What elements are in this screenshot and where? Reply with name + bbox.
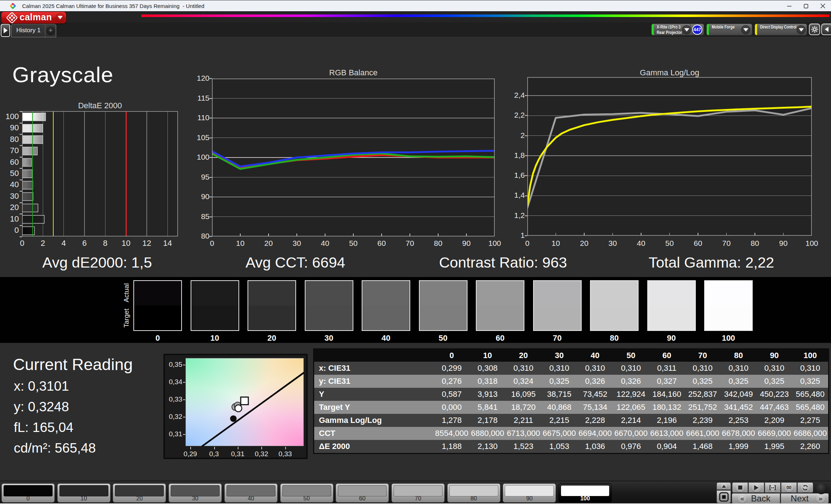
table-cell: 2,178 — [470, 414, 506, 427]
source-dropdown-arrow[interactable] — [741, 25, 750, 34]
pattern-bar: 0102030405060708090100 — [0, 481, 831, 503]
add-tab-button[interactable]: + — [45, 26, 56, 35]
swatch-target-half — [477, 306, 524, 330]
table-cell: 6686,000 — [792, 427, 828, 440]
deltae-y-tick — [20, 214, 22, 214]
close-button[interactable] — [814, 0, 831, 12]
pattern-up-button[interactable] — [716, 482, 731, 490]
deltae-y-tick-label: 20 — [0, 203, 19, 212]
tab-history-1[interactable]: History 1 + — [11, 24, 56, 37]
table-col-header: 10 — [470, 349, 506, 362]
pattern-button-70[interactable]: 70 — [391, 483, 445, 503]
pattern-button-50[interactable]: 50 — [280, 483, 333, 503]
pattern-label: 90 — [503, 495, 556, 502]
meter-selector[interactable]: X-Rite i1Pro 3 Rear Projector 447 — [651, 24, 704, 35]
pattern-window-button[interactable] — [716, 490, 731, 503]
table-cell: 0,310 — [756, 362, 792, 375]
collapse-panel-button[interactable] — [821, 24, 831, 35]
table-cell: 2,215 — [541, 414, 577, 427]
table-row: CCT8554,0006880,0006713,0006675,0006694,… — [314, 427, 828, 440]
table-cell: 6713,000 — [506, 427, 541, 440]
display-control-selector[interactable]: Direct Display Control — [755, 24, 807, 35]
table-row: y: CIE310,2760,3180,3240,3250,3260,3260,… — [314, 375, 828, 388]
deltae-y-tick-label: 40 — [0, 180, 19, 189]
rgb-x-tick-label: 50 — [342, 239, 364, 248]
table-cell: 0,327 — [649, 375, 685, 388]
table-cell: 2,239 — [685, 414, 720, 427]
deltae-y-tick-label: 100 — [0, 112, 19, 121]
workflow-play-button[interactable] — [1, 24, 10, 37]
grayscale-swatch-30 — [305, 280, 353, 331]
source-selector[interactable]: Mobile Forge — [706, 24, 752, 35]
swatch-actual-half — [248, 281, 295, 306]
table-corner-cell — [314, 349, 434, 362]
pattern-button-10[interactable]: 10 — [57, 483, 111, 503]
stop-button[interactable] — [732, 482, 748, 493]
display-dropdown-arrow[interactable] — [797, 25, 806, 34]
rgb-y-tick-label: 120 — [188, 74, 209, 83]
pattern-swatch — [4, 485, 53, 496]
rgb-y-tick-label: 110 — [188, 113, 209, 122]
play-measure-button[interactable] — [748, 482, 764, 493]
gamma-x-tick-label: 40 — [630, 239, 652, 248]
next-button[interactable]: Next » — [781, 493, 829, 504]
pattern-button-40[interactable]: 40 — [224, 483, 278, 503]
gamma-y-tick-label: 2 — [503, 131, 525, 140]
single-measure-button[interactable] — [765, 482, 781, 493]
pattern-button-100[interactable]: 100 — [558, 483, 612, 503]
pattern-button-90[interactable]: 90 — [503, 483, 556, 503]
rgb-x-tick-label: 70 — [399, 239, 421, 248]
table-cell: 6694,000 — [577, 427, 613, 440]
swatch-level-label: 100 — [704, 333, 753, 343]
pattern-button-30[interactable]: 30 — [169, 483, 222, 503]
table-cell: 8554,000 — [434, 427, 470, 440]
meter-count-badge[interactable]: 447 — [692, 25, 702, 35]
swatch-actual-half — [134, 281, 181, 306]
gamma-y-tick — [525, 215, 527, 216]
rgb-x-tick-label: 0 — [201, 239, 223, 248]
play-icon — [754, 485, 759, 490]
table-cell: 6669,000 — [756, 427, 792, 440]
refresh-button[interactable] — [797, 482, 813, 493]
table-cell: 2,260 — [792, 440, 828, 453]
deltae-y-tick — [20, 123, 22, 123]
table-col-header: 0 — [434, 349, 470, 362]
pattern-swatch — [561, 485, 610, 496]
gamma-y-tick — [525, 175, 527, 176]
meter-badge-wrap: 447 — [691, 24, 704, 35]
table-cell: 0,318 — [470, 375, 506, 388]
deltae-x-tick-label: 12 — [138, 239, 156, 248]
back-button[interactable]: « Back — [732, 493, 780, 504]
table-cell: 0,310 — [577, 362, 613, 375]
pattern-button-80[interactable]: 80 — [447, 483, 500, 503]
bracket-dots-icon — [769, 485, 776, 490]
table-cell: 1,053 — [541, 440, 577, 453]
table-cell: 0,325 — [685, 375, 720, 388]
calman-menu-button[interactable]: calman — [1, 12, 66, 24]
settings-button[interactable] — [809, 24, 820, 35]
meter-dropdown-arrow[interactable] — [682, 25, 691, 34]
table-cell: 0,310 — [613, 362, 649, 375]
swatch-actual-half — [534, 281, 581, 306]
pattern-button-60[interactable]: 60 — [336, 483, 389, 503]
pattern-button-20[interactable]: 20 — [113, 483, 166, 503]
table-cell: 75,134 — [577, 401, 613, 414]
table-cell: 565,480 — [792, 401, 828, 414]
cie-x-tick — [190, 447, 191, 449]
deltae-x-tick-label: 6 — [75, 239, 94, 248]
deltae-y-tick — [20, 157, 22, 158]
continuous-measure-button[interactable]: ∞ — [781, 482, 797, 493]
refresh-icon — [802, 485, 808, 491]
deltae-y-tick — [20, 111, 22, 112]
maximize-button[interactable] — [798, 0, 814, 12]
chevron-down-icon — [684, 28, 689, 32]
pattern-label: 80 — [448, 495, 500, 502]
pattern-button-0[interactable]: 0 — [1, 483, 55, 503]
table-col-header: 50 — [613, 349, 649, 362]
meter-name: X-Rite i1Pro 3 Rear Projector — [657, 24, 682, 35]
page-title: Grayscale — [12, 62, 113, 87]
minimize-button[interactable] — [781, 0, 798, 12]
current-reading-line: cd/m²: 565,48 — [14, 441, 96, 456]
table-row-label: ΔE 2000 — [314, 440, 434, 453]
table-header-row: 0102030405060708090100 — [314, 349, 828, 362]
